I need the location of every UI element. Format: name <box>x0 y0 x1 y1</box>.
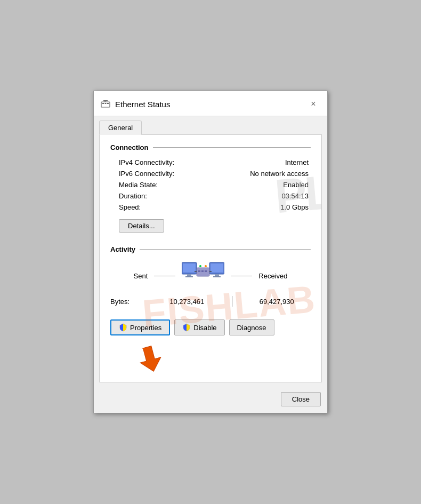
svg-rect-17 <box>205 270 207 272</box>
svg-rect-5 <box>103 100 108 101</box>
received-line <box>231 276 252 276</box>
connection-divider-line <box>153 147 311 148</box>
svg-rect-16 <box>201 270 204 272</box>
details-button[interactable]: Details... <box>119 219 164 233</box>
computer-icon <box>182 260 224 292</box>
content-area: PL FISHLAB Connection IPv4 Connectivity:… <box>99 134 322 382</box>
disable-button[interactable]: Disable <box>174 319 224 335</box>
svg-marker-22 <box>140 345 164 373</box>
tab-bar: General <box>94 116 327 134</box>
duration-value: 03:54:13 <box>221 190 311 202</box>
svg-rect-3 <box>107 103 109 104</box>
sent-bytes: 10,273,461 <box>153 298 232 306</box>
svg-rect-15 <box>198 270 200 272</box>
tab-general[interactable]: General <box>99 121 142 135</box>
title-bar-left: Ethernet Status <box>100 99 170 109</box>
arrow-icon <box>140 344 166 373</box>
svg-rect-12 <box>215 274 219 276</box>
properties-label: Properties <box>130 324 161 332</box>
shield-icon <box>119 323 127 332</box>
sent-label: Sent <box>134 272 148 280</box>
svg-rect-9 <box>185 276 193 277</box>
bytes-row: Bytes: 10,273,461 69,427,930 <box>110 296 311 307</box>
ipv6-label: IPv6 Connectivity: <box>110 168 221 179</box>
connection-section-header: Connection <box>110 143 311 151</box>
ipv4-label: IPv4 Connectivity: <box>110 157 221 168</box>
ethernet-icon <box>100 99 111 109</box>
svg-rect-1 <box>102 103 104 104</box>
arrow-container <box>110 344 311 373</box>
received-label: Received <box>258 272 287 280</box>
svg-point-20 <box>199 265 201 267</box>
svg-rect-7 <box>183 263 196 273</box>
close-button[interactable]: Close <box>281 392 321 406</box>
bottom-buttons-bar: Close <box>94 388 327 413</box>
activity-section: Activity Sent <box>110 245 311 307</box>
action-buttons: Properties Di <box>110 319 311 335</box>
svg-rect-11 <box>210 263 223 273</box>
svg-rect-13 <box>213 276 221 277</box>
table-row: IPv4 Connectivity: Internet <box>110 157 311 168</box>
sent-line <box>154 276 175 276</box>
shield-icon <box>182 323 191 332</box>
activity-divider-line <box>140 249 311 250</box>
network-diagram: Sent <box>110 260 311 292</box>
media-state-label: Media State: <box>110 179 221 190</box>
table-row: Duration: 03:54:13 <box>110 190 311 202</box>
received-bytes: 69,427,930 <box>232 298 311 306</box>
svg-rect-0 <box>101 102 110 107</box>
connection-info-table: IPv4 Connectivity: Internet IPv6 Connect… <box>110 157 311 213</box>
svg-rect-2 <box>105 103 107 104</box>
speed-value: 1.0 Gbps <box>221 202 311 213</box>
ipv4-value: Internet <box>221 157 311 168</box>
activity-label: Activity <box>110 245 135 253</box>
connection-label: Connection <box>110 143 149 151</box>
table-row: IPv6 Connectivity: No network access <box>110 168 311 179</box>
diagnose-button[interactable]: Diagnose <box>229 319 274 335</box>
ipv6-value: No network access <box>221 168 311 179</box>
activity-section-header: Activity <box>110 245 311 253</box>
svg-point-21 <box>205 265 207 267</box>
svg-rect-8 <box>187 274 191 276</box>
duration-label: Duration: <box>110 190 221 202</box>
ethernet-status-dialog: Ethernet Status × General PL FISHLAB Con… <box>93 91 328 413</box>
table-row: Media State: Enabled <box>110 179 311 190</box>
speed-label: Speed: <box>110 202 221 213</box>
close-window-button[interactable]: × <box>306 97 321 111</box>
disable-label: Disable <box>193 324 216 332</box>
media-state-value: Enabled <box>221 179 311 190</box>
properties-button[interactable]: Properties <box>110 319 170 335</box>
window-title: Ethernet Status <box>115 100 170 109</box>
diagnose-label: Diagnose <box>237 324 266 332</box>
table-row: Speed: 1.0 Gbps <box>110 202 311 213</box>
bytes-label: Bytes: <box>110 298 153 306</box>
title-bar: Ethernet Status × <box>94 91 327 116</box>
